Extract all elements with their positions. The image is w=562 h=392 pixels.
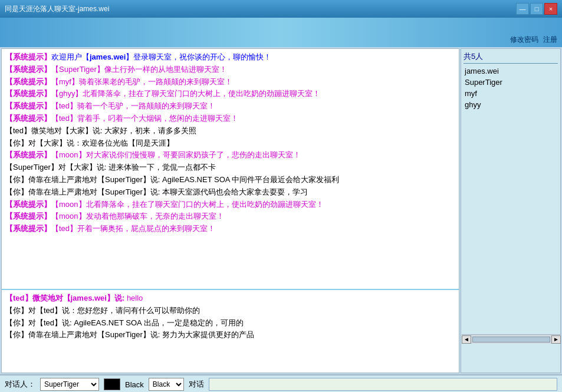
- list-item: 【你】对【ted】说: AgileEAS.NET SOA 出品，一定是稳定的，可…: [5, 317, 455, 330]
- list-item: 【系统提示】【moon】发动着他那辆破车，无奈的走出聊天室！: [5, 210, 455, 223]
- change-password-link[interactable]: 修改密码: [510, 35, 538, 45]
- color-label: Black: [125, 380, 144, 389]
- sidebar-users: james.wei SuperTiger myf ghyy: [464, 66, 558, 110]
- sidebar-divider: [464, 63, 558, 64]
- list-item: 【系统提示】【moon】北看降落伞，挂在了聊天室门口的大树上，使出吃奶的劲蹦进聊…: [5, 199, 455, 211]
- maximize-button[interactable]: □: [530, 3, 543, 15]
- bottom-controls: 对话人： SuperTiger 大家 james.wei myf ghyy te…: [0, 374, 562, 392]
- target-select[interactable]: SuperTiger 大家 james.wei myf ghyy ted: [40, 378, 99, 391]
- main-container: 【系统提示】欢迎用户【james.wei】登录聊天室，祝你谈的开心，聊的愉快！ …: [0, 47, 562, 374]
- sidebar-user: ghyy: [464, 100, 558, 110]
- list-item: 【ted】微笑地对【james.wei】说: hello: [5, 292, 455, 305]
- window-title: 同是天涯沦落人聊天室-james.wei: [5, 4, 516, 14]
- scroll-left-button[interactable]: ◄: [462, 335, 471, 344]
- list-item: 【系统提示】【ted】开着一辆奥拓，屁点屁点的来到聊天室！: [5, 223, 455, 235]
- title-controls: — □ ×: [516, 3, 557, 15]
- list-item: 【系统提示】欢迎用户【james.wei】登录聊天室，祝你谈的开心，聊的愉快！: [5, 51, 455, 64]
- controls-row1: 对话人： SuperTiger 大家 james.wei myf ghyy te…: [5, 378, 557, 391]
- sidebar-user: myf: [464, 88, 558, 98]
- chat-input[interactable]: [209, 378, 557, 391]
- sidebar-user: james.wei: [464, 66, 558, 76]
- color-picker[interactable]: [104, 378, 120, 390]
- list-item: 【系统提示】【SuperTiger】像土行孙一样的从地里钻进聊天室！: [5, 64, 455, 76]
- sidebar-scrollbar[interactable]: ◄ ►: [462, 334, 561, 344]
- header-links: 修改密码 注册: [510, 35, 557, 45]
- list-item: 【系统提示】【ted】背着手，叼着一个大烟锅，悠闲的走进聊天室！: [5, 113, 455, 125]
- list-item: 【系统提示】【moon】对大家说你们慢慢聊，哥要回家奶孩子了，悲伤的走出聊天室！: [5, 149, 455, 162]
- list-item: 【你】对【ted】说：您好您好，请问有什么可以帮助你的: [5, 305, 455, 317]
- scroll-right-button[interactable]: ►: [551, 335, 561, 344]
- list-item: 【你】倚靠在墙上严肃地对【SuperTiger】说: 本聊天室源代码也会给大家拿…: [5, 186, 455, 199]
- scroll-thumb[interactable]: [472, 337, 550, 342]
- sidebar: 共5人 james.wei SuperTiger myf ghyy ◄ ►: [461, 48, 561, 373]
- minimize-button[interactable]: —: [516, 3, 529, 15]
- list-item: 【系统提示】【myf】骑着张果老的毛驴，一路颠颠的来到聊天室！: [5, 76, 455, 88]
- dialog-label: 对话: [189, 379, 204, 390]
- header-bar: 修改密码 注册: [0, 18, 562, 47]
- close-button[interactable]: ×: [544, 3, 557, 15]
- sidebar-user: SuperTiger: [464, 77, 558, 87]
- list-item: 【系统提示】【ghyy】北看降落伞，挂在了聊天室门口的大树上，使出吃奶的劲蹦进聊…: [5, 88, 455, 100]
- color-select[interactable]: Black: [149, 378, 184, 391]
- sidebar-title: 共5人: [464, 51, 558, 62]
- list-item: 【你】倚靠在墙上严肃地对【SuperTiger】说: 努力为大家提供更好的产品: [5, 329, 455, 341]
- chat-private[interactable]: 【ted】微笑地对【james.wei】说: hello 【你】对【ted】说：…: [2, 290, 459, 373]
- list-item: 【ted】微笑地对【大家】说: 大家好，初来，请多多关照: [5, 125, 455, 137]
- chat-messages[interactable]: 【系统提示】欢迎用户【james.wei】登录聊天室，祝你谈的开心，聊的愉快！ …: [2, 49, 459, 290]
- title-bar: 同是天涯沦落人聊天室-james.wei — □ ×: [0, 0, 562, 18]
- register-link[interactable]: 注册: [543, 35, 557, 45]
- list-item: 【SuperTiger】对【大家】说: 进来体验一下，觉侃一点都不卡: [5, 162, 455, 174]
- target-label: 对话人：: [5, 379, 35, 390]
- list-item: 【你】倚靠在墙上严肃地对【SuperTiger】说: AgileEAS.NET …: [5, 174, 455, 186]
- list-item: 【系统提示】【ted】骑着一个毛驴，一路颠颠的来到聊天室！: [5, 100, 455, 113]
- list-item: 【你】对【大家】说：欢迎各位光临【同是天涯】: [5, 137, 455, 150]
- chat-area: 【系统提示】欢迎用户【james.wei】登录聊天室，祝你谈的开心，聊的愉快！ …: [1, 48, 459, 373]
